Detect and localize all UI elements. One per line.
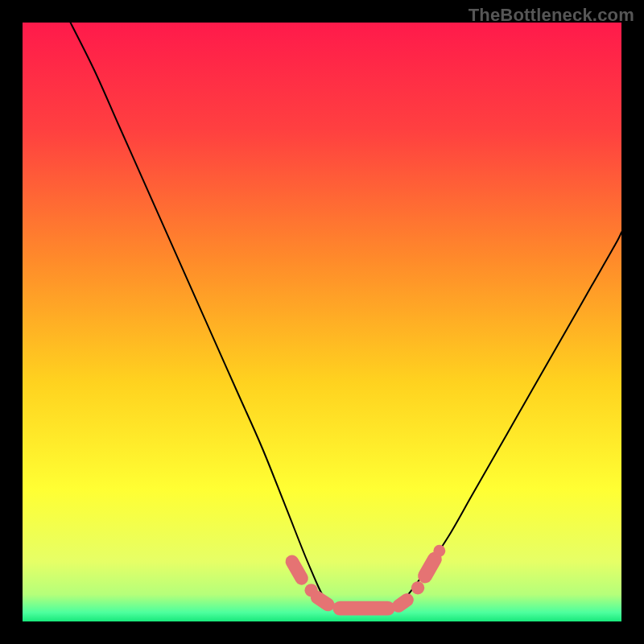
curve-marker (292, 562, 302, 579)
curve-marker (398, 600, 407, 605)
curve-marker (433, 545, 445, 557)
curve-marker (411, 581, 424, 594)
watermark-text: TheBottleneck.com (469, 5, 634, 26)
bottleneck-curve (71, 23, 621, 610)
chart-frame: TheBottleneck.com (0, 0, 644, 644)
curve-marker (317, 597, 328, 605)
plot-area (23, 23, 621, 621)
curve-marker (425, 559, 435, 576)
curve-layer (23, 23, 621, 621)
